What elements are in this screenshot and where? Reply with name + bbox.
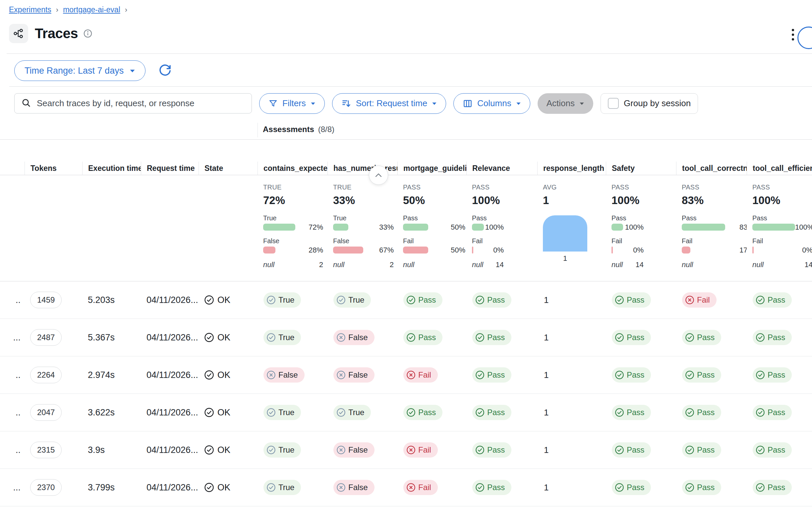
columns-button[interactable]: Columns <box>454 93 530 114</box>
assessment-chip-true[interactable]: True <box>263 292 301 307</box>
chip-label: Pass <box>487 295 505 305</box>
chip-label: Pass <box>487 370 505 380</box>
assessment-chip-pass[interactable]: Pass <box>753 405 792 420</box>
summary-null-row: null <box>682 261 747 269</box>
null-label: null <box>403 261 414 269</box>
assessment-chip-true[interactable]: True <box>263 480 301 495</box>
column-header-response_length[interactable]: response_length <box>537 162 606 175</box>
dist-label: Fail <box>472 237 537 245</box>
assessment-chip-pass[interactable]: Pass <box>612 330 651 345</box>
dist-label: False <box>263 237 327 245</box>
column-header-tool_call_efficiency[interactable]: tool_call_efficiency <box>747 162 812 175</box>
assessment-chip-pass[interactable]: Pass <box>472 480 512 495</box>
refresh-button[interactable] <box>158 64 172 78</box>
assessment-chip-true[interactable]: True <box>263 330 301 345</box>
dist-percent: 50% <box>451 224 465 231</box>
null-count: 14 <box>636 261 644 269</box>
column-header-Tokens[interactable]: Tokens <box>25 162 82 175</box>
assessment-chip-true[interactable]: True <box>263 405 301 420</box>
token-count-pill[interactable]: 2370 <box>30 479 62 496</box>
column-header-Request time[interactable]: Request time <box>141 162 199 175</box>
assessment-chip-pass[interactable]: Pass <box>682 442 721 458</box>
check-circle-icon <box>756 295 765 305</box>
time-range-dropdown[interactable]: Time Range: Last 7 days <box>14 60 145 81</box>
assessment-chip-pass[interactable]: Pass <box>753 292 792 307</box>
assessment-cell: False <box>327 469 397 506</box>
assessment-chip-pass[interactable]: Pass <box>403 292 442 307</box>
assessment-chip-pass[interactable]: Pass <box>472 292 512 307</box>
summary-stat-value: 100% <box>472 194 537 207</box>
chevron-right-icon: › <box>125 6 127 14</box>
assessment-chip-pass[interactable]: Pass <box>403 330 442 345</box>
table-row[interactable]: ..23153.9s04/11/2026...OKTrueFalseFailPa… <box>0 431 812 469</box>
search-input[interactable] <box>36 98 245 109</box>
assessment-chip-pass[interactable]: Pass <box>403 405 442 420</box>
summary-has_numeric_result: TRUE33%True33%False67%null2 <box>327 175 397 281</box>
assessment-chip-pass[interactable]: Pass <box>612 442 651 458</box>
assessment-chip-pass[interactable]: Pass <box>682 405 721 420</box>
summary-stat-type: PASS <box>472 184 537 191</box>
assessment-chip-pass[interactable]: Pass <box>682 367 721 383</box>
chip-label: Pass <box>418 408 436 417</box>
assessment-chip-false[interactable]: False <box>334 330 375 345</box>
table-row[interactable]: ..20473.622s04/11/2026...OKTrueTruePassP… <box>0 394 812 431</box>
assessment-chip-pass[interactable]: Pass <box>612 405 651 420</box>
table-row[interactable]: ..22642.974s04/11/2026...OKFalseFalseFai… <box>0 356 812 394</box>
actions-button[interactable]: Actions <box>538 93 593 114</box>
assessment-chip-pass[interactable]: Pass <box>753 367 792 383</box>
assessment-chip-true[interactable]: True <box>334 292 371 307</box>
execution-time-cell: 5.367s <box>82 319 141 356</box>
assessment-chip-false[interactable]: False <box>334 367 375 383</box>
column-header-State[interactable]: State <box>199 162 258 175</box>
breadcrumb-link-experiment-name[interactable]: mortgage-ai-eval <box>63 5 120 14</box>
token-count-pill[interactable]: 2264 <box>30 367 62 383</box>
token-count-pill[interactable]: 2487 <box>30 329 62 346</box>
assessment-chip-fail[interactable]: Fail <box>403 480 438 495</box>
group-by-session-checkbox[interactable] <box>608 98 619 109</box>
assessment-chip-fail[interactable]: Fail <box>403 442 438 458</box>
breadcrumb-link-experiments[interactable]: Experiments <box>9 5 51 14</box>
assessment-chip-pass[interactable]: Pass <box>682 330 721 345</box>
summary-null-row: null2 <box>333 261 394 269</box>
token-count-pill[interactable]: 1459 <box>30 292 62 308</box>
column-header-tool_call_correctness[interactable]: tool_call_correctness <box>676 162 747 175</box>
collapse-summary-button[interactable] <box>369 166 388 185</box>
table-row[interactable]: ...23703.799s04/11/2026...OKTrueFalseFai… <box>0 469 812 506</box>
assessment-chip-pass[interactable]: Pass <box>472 330 512 345</box>
assessment-chip-pass[interactable]: Pass <box>612 480 651 495</box>
info-icon[interactable] <box>83 29 92 38</box>
assessment-cell: Pass <box>397 319 466 356</box>
assessment-chip-pass[interactable]: Pass <box>472 367 512 383</box>
column-header-Relevance[interactable]: Relevance <box>466 162 537 175</box>
chip-label: Pass <box>627 333 644 342</box>
assessment-chip-false[interactable]: False <box>334 442 375 458</box>
column-header-Safety[interactable]: Safety <box>606 162 676 175</box>
column-header-Execution time[interactable]: Execution time <box>82 162 141 175</box>
assessment-chip-fail[interactable]: Fail <box>403 367 438 383</box>
dist-label: Fail <box>682 237 747 245</box>
assessment-chip-pass[interactable]: Pass <box>753 480 792 495</box>
assessment-chip-pass[interactable]: Pass <box>472 405 512 420</box>
filters-button[interactable]: Filters <box>259 93 325 114</box>
assessment-chip-pass[interactable]: Pass <box>612 367 651 383</box>
table-row[interactable]: ...24875.367s04/11/2026...OKTrueFalsePas… <box>0 319 812 356</box>
search-box[interactable] <box>14 93 252 113</box>
token-count-pill[interactable]: 2047 <box>30 404 62 421</box>
table-row[interactable]: ..14595.203s04/11/2026...OKTrueTruePassP… <box>0 281 812 319</box>
assessment-chip-pass[interactable]: Pass <box>612 292 651 307</box>
column-header-contains_expected[interactable]: contains_expected <box>258 162 327 175</box>
assessment-chip-true[interactable]: True <box>263 442 301 458</box>
chip-label: Pass <box>767 333 785 342</box>
overflow-menu-icon[interactable] <box>790 27 796 43</box>
assessment-chip-pass[interactable]: Pass <box>753 330 792 345</box>
token-count-pill[interactable]: 2315 <box>30 442 62 458</box>
assessment-chip-fail[interactable]: Fail <box>682 292 717 307</box>
assessment-chip-pass[interactable]: Pass <box>753 442 792 458</box>
assessment-chip-true[interactable]: True <box>334 405 371 420</box>
sort-button[interactable]: Sort: Request time <box>332 93 446 114</box>
column-header-mortgage_guideline[interactable]: mortgage_guideline <box>397 162 466 175</box>
assessment-chip-false[interactable]: False <box>263 367 304 383</box>
assessment-chip-pass[interactable]: Pass <box>682 480 721 495</box>
assessment-chip-pass[interactable]: Pass <box>472 442 512 458</box>
assessment-chip-false[interactable]: False <box>334 480 375 495</box>
